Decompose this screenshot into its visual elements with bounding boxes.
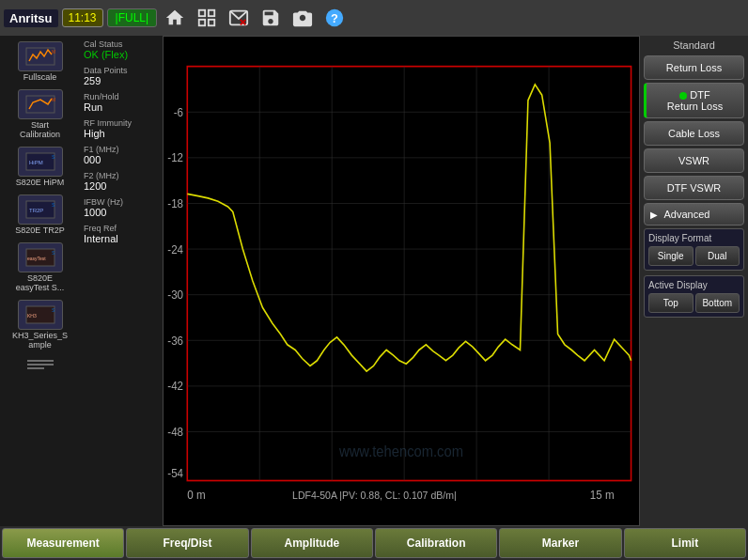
svg-text:TR2P: TR2P	[29, 208, 43, 213]
hipm-label: S820E HiPM	[16, 178, 65, 187]
dtf-vswr-button[interactable]: DTF VSWR	[644, 176, 744, 200]
svg-text:-18: -18	[167, 197, 183, 210]
active-display-section: Active Display Top Bottom	[644, 275, 744, 318]
sidebar-item-easytest[interactable]: S easyTest S820EeasyTest S...	[2, 241, 78, 294]
fullscale-label: Fullscale	[23, 72, 57, 82]
svg-text:HiPM: HiPM	[29, 160, 43, 165]
easytest-icon: S easyTest	[18, 242, 63, 272]
info-f1: F1 (MHz) 000	[84, 145, 159, 165]
info-panel: Cal Status OK (Flex) Data Points 259 Run…	[80, 36, 163, 526]
svg-rect-2	[199, 20, 205, 25]
tab-measurement[interactable]: Measurement	[2, 528, 124, 558]
svg-rect-29	[187, 67, 631, 481]
sidebar-item-tr2p[interactable]: S TR2P S820E TR2P	[2, 193, 78, 237]
info-data-points: Data Points 259	[84, 66, 159, 86]
help-icon[interactable]: ?	[320, 5, 349, 31]
chevron-icon: ▶	[650, 210, 658, 220]
bottom-tabs: Measurement Freq/Dist Amplitude Calibrat…	[0, 526, 748, 560]
info-cal-status: Cal Status OK (Flex)	[84, 39, 159, 60]
svg-text:LDF4-50A |PV: 0.88,  CL: 0.107: LDF4-50A |PV: 0.88, CL: 0.107 dB/m|	[292, 489, 457, 500]
svg-text:-42: -42	[167, 380, 183, 393]
info-run-hold: Run/Hold Run	[84, 92, 159, 113]
svg-rect-3	[209, 20, 214, 25]
info-rf-immunity: RF Immunity High	[84, 118, 159, 139]
tab-calibration[interactable]: Calibration	[375, 528, 497, 558]
app-logo: Anritsu	[4, 9, 58, 27]
svg-text:-30: -30	[167, 288, 183, 302]
tab-limit[interactable]: Limit	[624, 528, 746, 558]
tab-amplitude[interactable]: Amplitude	[251, 528, 373, 558]
save-icon[interactable]	[257, 5, 285, 31]
left-sidebar: M Fullscale M StartCalibration S	[0, 36, 80, 526]
calibration-label: StartCalibration	[20, 120, 60, 139]
svg-text:-36: -36	[167, 334, 183, 347]
email-icon[interactable]	[225, 5, 253, 31]
svg-text:-24: -24	[167, 242, 183, 256]
kh3-icon: S KH3	[18, 300, 63, 330]
calibration-icon: M	[18, 89, 63, 119]
main-area: M Fullscale M StartCalibration S	[0, 36, 748, 526]
sidebar-item-calibration[interactable]: M StartCalibration	[2, 87, 78, 141]
format-single-button[interactable]: Single	[648, 246, 693, 266]
svg-rect-0	[199, 10, 205, 16]
camera-icon[interactable]	[288, 5, 317, 31]
fullscale-icon: M	[18, 41, 63, 71]
sidebar-item-kh3[interactable]: S KH3 KH3_Series_Sample	[2, 298, 78, 351]
time-display: 11:13	[62, 8, 103, 27]
cable-loss-button[interactable]: Cable Loss	[644, 121, 744, 146]
dtf-return-loss-button[interactable]: DTFReturn Loss	[644, 83, 744, 118]
section-label: Standard	[644, 39, 744, 51]
svg-text:M: M	[52, 49, 55, 54]
kh3-label: KH3_Series_Sample	[12, 331, 68, 350]
svg-rect-9	[26, 48, 55, 65]
vswr-button[interactable]: VSWR	[644, 148, 744, 173]
svg-text:KH3: KH3	[27, 313, 37, 319]
sidebar-item-lines[interactable]	[2, 355, 78, 374]
toolbar: Anritsu 11:13 |FULL| ?	[0, 0, 748, 36]
tab-marker[interactable]: Marker	[499, 528, 621, 558]
display-format-label: Display Format	[648, 233, 740, 243]
right-sidebar: Standard Return Loss DTFReturn Loss Cabl…	[640, 36, 748, 526]
format-buttons: Single Dual	[648, 246, 740, 266]
home-icon[interactable]	[161, 5, 189, 31]
hipm-icon: S HiPM	[18, 147, 63, 177]
info-freq-ref: Freq Ref Internal	[84, 224, 159, 244]
svg-text:-48: -48	[167, 426, 183, 439]
active-top-button[interactable]: Top	[648, 293, 693, 313]
format-dual-button[interactable]: Dual	[695, 246, 740, 266]
svg-text:15 m: 15 m	[590, 488, 615, 501]
active-display-label: Active Display	[648, 280, 740, 290]
active-indicator	[679, 92, 687, 100]
advanced-button[interactable]: ▶ Advanced	[644, 203, 744, 226]
easytest-label: S820EeasyTest S...	[16, 273, 65, 292]
svg-text:0 m: 0 m	[187, 488, 205, 501]
svg-text:-12: -12	[167, 151, 183, 164]
display-format-section: Display Format Single Dual	[644, 228, 744, 271]
active-bottom-button[interactable]: Bottom	[695, 293, 740, 313]
svg-text:?: ?	[331, 11, 338, 25]
sidebar-item-fullscale[interactable]: M Fullscale	[2, 39, 78, 84]
info-ifbw: IFBW (Hz) 1000	[84, 197, 159, 218]
tr2p-label: S820E TR2P	[15, 226, 64, 235]
status-display: |FULL|	[107, 8, 158, 27]
svg-text:www.tehencom.com: www.tehencom.com	[338, 443, 463, 459]
svg-text:-6: -6	[174, 105, 184, 118]
svg-rect-1	[209, 10, 214, 16]
sidebar-item-hipm[interactable]: S HiPM S820E HiPM	[2, 145, 78, 189]
tr2p-icon: S TR2P	[18, 194, 63, 225]
svg-text:M: M	[52, 97, 55, 102]
svg-text:easyTest: easyTest	[27, 256, 46, 261]
svg-rect-11	[26, 96, 55, 113]
chart-area: CALIBRATION ON DTF Return Loss	[163, 36, 640, 526]
grid-icon[interactable]	[193, 5, 221, 31]
active-buttons: Top Bottom	[648, 293, 740, 313]
tab-freq-dist[interactable]: Freq/Dist	[126, 528, 248, 558]
info-f2: F2 (MHz) 1200	[84, 171, 159, 192]
svg-text:-54: -54	[167, 467, 183, 480]
return-loss-button[interactable]: Return Loss	[644, 55, 744, 80]
